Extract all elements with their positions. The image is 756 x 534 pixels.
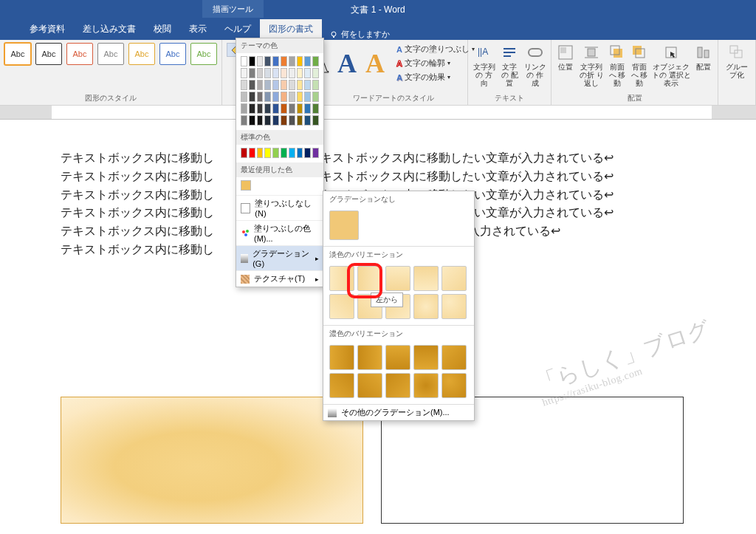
color-swatch[interactable] bbox=[312, 115, 319, 126]
color-swatch[interactable] bbox=[297, 68, 303, 78]
no-gradient-swatch[interactable] bbox=[329, 210, 359, 240]
color-swatch[interactable] bbox=[241, 103, 247, 114]
gradient-swatch[interactable] bbox=[413, 373, 439, 398]
color-swatch[interactable] bbox=[289, 103, 295, 114]
group-button[interactable]: グループ化 bbox=[723, 43, 751, 79]
no-fill-item[interactable]: 塗りつぶしなし(N) bbox=[236, 195, 323, 220]
color-swatch[interactable] bbox=[297, 56, 303, 66]
color-swatch[interactable] bbox=[289, 115, 295, 126]
color-swatch[interactable] bbox=[289, 80, 295, 90]
shape-style-3[interactable]: Abc bbox=[66, 43, 93, 65]
color-swatch[interactable] bbox=[304, 92, 311, 102]
color-swatch[interactable] bbox=[249, 103, 255, 114]
text-fill-button[interactable]: A 文字の塗りつぶし▾ bbox=[394, 43, 478, 55]
color-swatch[interactable] bbox=[312, 80, 319, 90]
color-swatch[interactable] bbox=[249, 115, 255, 126]
color-swatch[interactable] bbox=[272, 115, 279, 126]
shape-style-7[interactable]: Abc bbox=[190, 43, 217, 65]
gradient-swatch[interactable] bbox=[329, 345, 354, 370]
color-swatch[interactable] bbox=[281, 103, 287, 114]
wordart-style-3[interactable]: A bbox=[365, 48, 385, 79]
color-swatch[interactable] bbox=[257, 68, 264, 78]
textbox-shape-1[interactable] bbox=[61, 397, 363, 524]
gradient-swatch[interactable] bbox=[357, 345, 382, 370]
text-outline-button[interactable]: A 文字の輪郭▾ bbox=[394, 57, 478, 69]
color-swatch[interactable] bbox=[241, 180, 251, 191]
color-swatch[interactable] bbox=[249, 68, 255, 78]
color-swatch[interactable] bbox=[272, 68, 279, 78]
color-swatch[interactable] bbox=[264, 148, 271, 158]
color-swatch[interactable] bbox=[304, 68, 311, 78]
color-swatch[interactable] bbox=[257, 92, 264, 102]
color-swatch[interactable] bbox=[241, 115, 247, 126]
gradient-swatch[interactable] bbox=[413, 266, 439, 291]
color-swatch[interactable] bbox=[272, 80, 279, 90]
color-swatch[interactable] bbox=[297, 92, 303, 102]
color-swatch[interactable] bbox=[272, 92, 279, 102]
text-effects-button[interactable]: A 文字の効果▾ bbox=[394, 71, 478, 83]
text-direction-button[interactable]: ||A 文字列の 方向 bbox=[472, 43, 495, 87]
color-swatch[interactable] bbox=[257, 115, 264, 126]
tab-references[interactable]: 参考資料 bbox=[21, 18, 74, 40]
color-swatch[interactable] bbox=[264, 115, 271, 126]
color-swatch[interactable] bbox=[257, 148, 264, 158]
gradient-swatch[interactable] bbox=[441, 266, 467, 291]
selection-pane-button[interactable]: オブジェクトの 選択と表示 bbox=[652, 43, 691, 87]
color-swatch[interactable] bbox=[257, 103, 264, 114]
color-swatch[interactable] bbox=[297, 148, 303, 158]
color-swatch[interactable] bbox=[281, 80, 287, 90]
gradient-swatch-highlighted[interactable] bbox=[329, 294, 354, 319]
wrap-text-button[interactable]: 文字列の折 り返し bbox=[578, 43, 605, 87]
color-swatch[interactable] bbox=[304, 80, 311, 90]
color-swatch[interactable] bbox=[264, 56, 271, 66]
color-swatch[interactable] bbox=[257, 80, 264, 90]
shape-style-4[interactable]: Abc bbox=[97, 43, 124, 65]
color-swatch[interactable] bbox=[312, 103, 319, 114]
more-gradients-item[interactable]: その他のグラデーション(M)... bbox=[323, 404, 474, 420]
align-button[interactable]: 配置 bbox=[694, 43, 713, 87]
gradient-swatch[interactable] bbox=[441, 345, 467, 370]
create-link-button[interactable]: リンクの 作成 bbox=[523, 43, 546, 87]
shape-style-2[interactable]: Abc bbox=[35, 43, 62, 65]
shape-style-6[interactable]: Abc bbox=[159, 43, 186, 65]
color-swatch[interactable] bbox=[297, 115, 303, 126]
tab-mailings[interactable]: 差し込み文書 bbox=[74, 18, 145, 40]
gradient-swatch[interactable] bbox=[385, 373, 410, 398]
color-swatch[interactable] bbox=[264, 103, 271, 114]
color-swatch[interactable] bbox=[249, 56, 255, 66]
color-swatch[interactable] bbox=[281, 148, 287, 158]
color-swatch[interactable] bbox=[289, 56, 295, 66]
color-swatch[interactable] bbox=[241, 80, 247, 90]
tab-shape-format[interactable]: 図形の書式 bbox=[260, 18, 322, 40]
gradient-swatch[interactable] bbox=[357, 266, 382, 291]
color-swatch[interactable] bbox=[249, 92, 255, 102]
color-swatch[interactable] bbox=[281, 56, 287, 66]
color-swatch[interactable] bbox=[312, 68, 319, 78]
texture-item[interactable]: テクスチャ(T)▸ bbox=[236, 270, 323, 287]
gradient-swatch[interactable] bbox=[441, 294, 467, 319]
gradient-swatch[interactable] bbox=[329, 373, 354, 398]
text-align-button[interactable]: 文字の 配置 bbox=[500, 43, 519, 87]
gradient-swatch[interactable] bbox=[441, 373, 467, 398]
color-swatch[interactable] bbox=[304, 103, 311, 114]
color-swatch[interactable] bbox=[257, 56, 264, 66]
tell-me[interactable]: 何をしますか bbox=[329, 29, 390, 40]
color-swatch[interactable] bbox=[264, 68, 271, 78]
color-swatch[interactable] bbox=[281, 115, 287, 126]
color-swatch[interactable] bbox=[289, 68, 295, 78]
position-button[interactable]: 位置 bbox=[556, 43, 575, 87]
color-swatch[interactable] bbox=[289, 92, 295, 102]
color-swatch[interactable] bbox=[272, 103, 279, 114]
color-swatch[interactable] bbox=[297, 103, 303, 114]
color-swatch[interactable] bbox=[264, 80, 271, 90]
gradient-swatch[interactable] bbox=[329, 266, 354, 291]
color-swatch[interactable] bbox=[281, 92, 287, 102]
gradient-swatch[interactable] bbox=[385, 266, 410, 291]
more-colors-item[interactable]: 塗りつぶしの色(M)... bbox=[236, 220, 323, 245]
gradient-swatch[interactable] bbox=[385, 345, 410, 370]
color-swatch[interactable] bbox=[249, 148, 255, 158]
color-swatch[interactable] bbox=[297, 80, 303, 90]
tab-review[interactable]: 校閲 bbox=[145, 18, 180, 40]
wordart-style-2[interactable]: A bbox=[337, 48, 357, 79]
gradient-swatch[interactable] bbox=[413, 345, 439, 370]
